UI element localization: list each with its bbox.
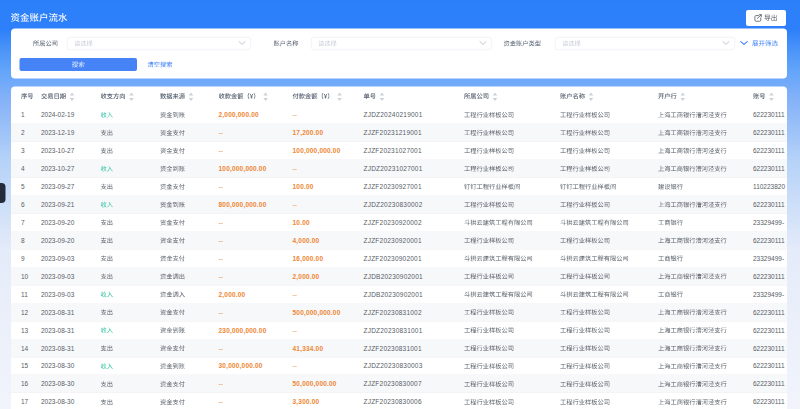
svg-text:2023-08-30: 2023-08-30: [41, 380, 75, 387]
svg-text:ZJDZ20231027001: ZJDZ20231027001: [364, 165, 423, 172]
svg-text:13: 13: [21, 327, 29, 334]
svg-text:16,000.00: 16,000.00: [293, 255, 324, 263]
svg-text:110223820: 110223820: [753, 183, 785, 190]
svg-text:ZJDZ20230830003: ZJDZ20230830003: [364, 362, 423, 369]
svg-text:--: --: [219, 129, 223, 136]
svg-text:2023-08-30: 2023-08-30: [41, 398, 75, 405]
svg-text:622230111: 622230111: [753, 165, 785, 172]
svg-text:14: 14: [21, 345, 29, 352]
svg-text:2023-09-03: 2023-09-03: [41, 273, 75, 280]
svg-text:--: --: [219, 398, 223, 405]
svg-text:100,000,000.00: 100,000,000.00: [293, 147, 341, 155]
svg-text:ZJDZ20230830002: ZJDZ20230830002: [364, 201, 423, 208]
svg-text:--: --: [293, 291, 297, 298]
svg-text:2023-09-20: 2023-09-20: [41, 219, 75, 226]
svg-text:10: 10: [21, 273, 29, 280]
svg-text:--: --: [219, 219, 223, 226]
svg-text:--: --: [293, 327, 297, 334]
svg-text:622230111: 622230111: [753, 380, 785, 387]
svg-text:622230111: 622230111: [753, 309, 785, 316]
svg-text:--: --: [219, 147, 223, 154]
svg-text:41,334.00: 41,334.00: [293, 345, 324, 353]
svg-text:622230111: 622230111: [753, 398, 785, 405]
svg-text:50,000,000.00: 50,000,000.00: [293, 380, 337, 388]
svg-text:8: 8: [21, 237, 25, 244]
svg-text:ZJZF20230920001: ZJZF20230920001: [364, 237, 422, 244]
svg-text:23329499-: 23329499-: [753, 255, 784, 262]
svg-text:622230111: 622230111: [753, 273, 785, 280]
svg-text:--: --: [219, 237, 223, 244]
svg-text:622230111: 622230111: [753, 362, 785, 369]
svg-text:ZJDB20230902001: ZJDB20230902001: [364, 291, 424, 298]
svg-text:--: --: [293, 165, 297, 172]
svg-text:4,000.00: 4,000.00: [293, 237, 320, 245]
svg-text:11: 11: [21, 291, 28, 298]
svg-text:7: 7: [21, 219, 25, 226]
svg-text:2023-09-20: 2023-09-20: [41, 237, 75, 244]
svg-text:--: --: [219, 380, 223, 387]
svg-text:9: 9: [21, 255, 25, 262]
svg-text:622230111: 622230111: [753, 327, 785, 334]
svg-text:500,000,000.00: 500,000,000.00: [293, 309, 341, 317]
svg-text:1: 1: [21, 111, 25, 118]
svg-text:2024-02-19: 2024-02-19: [41, 111, 75, 118]
svg-text:ZJZF20230902001: ZJZF20230902001: [364, 255, 422, 262]
svg-text:2023-08-31: 2023-08-31: [41, 309, 75, 316]
svg-text:2,000.00: 2,000.00: [293, 273, 320, 281]
svg-text:622230111: 622230111: [753, 111, 785, 118]
svg-text:3,300.00: 3,300.00: [293, 398, 320, 406]
svg-text:2023-08-31: 2023-08-31: [41, 345, 75, 352]
svg-text:ZJZF20231219001: ZJZF20231219001: [364, 129, 422, 136]
svg-text:100.00: 100.00: [293, 183, 314, 190]
svg-text:12: 12: [21, 309, 29, 316]
svg-text:--: --: [219, 345, 223, 352]
svg-text:23329499-: 23329499-: [753, 291, 784, 298]
svg-text:--: --: [293, 111, 297, 118]
svg-text:17,200.00: 17,200.00: [293, 129, 324, 137]
svg-text:ZJZF20230831002: ZJZF20230831002: [364, 309, 422, 316]
svg-text:622230111: 622230111: [753, 147, 785, 154]
svg-text:10.00: 10.00: [293, 219, 310, 226]
svg-text:2023-10-27: 2023-10-27: [41, 165, 75, 172]
svg-text:23329499-: 23329499-: [753, 219, 784, 226]
svg-text:622230111: 622230111: [753, 129, 785, 136]
svg-text:17: 17: [21, 398, 29, 405]
svg-text:15: 15: [21, 362, 29, 369]
svg-text:5: 5: [21, 183, 25, 190]
svg-text:2023-09-21: 2023-09-21: [41, 201, 75, 208]
svg-text:2: 2: [21, 129, 25, 136]
svg-text:2023-08-30: 2023-08-30: [41, 362, 75, 369]
svg-text:ZJDZ20230831001: ZJDZ20230831001: [364, 327, 423, 334]
svg-text:ZJZF20230830007: ZJZF20230830007: [364, 380, 422, 387]
svg-text:ZJDB20230902001: ZJDB20230902001: [364, 273, 424, 280]
svg-text:ZJZF20230831001: ZJZF20230831001: [364, 345, 422, 352]
svg-text:--: --: [293, 362, 297, 369]
svg-text:2023-09-03: 2023-09-03: [41, 255, 75, 262]
svg-text:4: 4: [21, 165, 25, 172]
svg-text:2023-09-03: 2023-09-03: [41, 291, 75, 298]
svg-text:2023-09-27: 2023-09-27: [41, 183, 75, 190]
svg-text:ZJZF20230920002: ZJZF20230920002: [364, 219, 422, 226]
svg-text:--: --: [219, 255, 223, 262]
svg-text:2,000,000.00: 2,000,000.00: [219, 111, 260, 119]
svg-text:--: --: [219, 309, 223, 316]
svg-text:--: --: [219, 183, 223, 190]
svg-text:6: 6: [21, 201, 25, 208]
svg-text:2023-12-19: 2023-12-19: [41, 129, 75, 136]
svg-text:800,000,000.00: 800,000,000.00: [219, 201, 267, 209]
svg-text:16: 16: [21, 380, 29, 387]
svg-text:30,000,000.00: 30,000,000.00: [219, 362, 263, 370]
svg-text:ZJZF20230927001: ZJZF20230927001: [364, 183, 422, 190]
svg-text:ZJZF20231027001: ZJZF20231027001: [364, 147, 422, 154]
svg-text:ZJZF20230830006: ZJZF20230830006: [364, 398, 422, 405]
svg-text:3: 3: [21, 147, 25, 154]
svg-text:2023-08-31: 2023-08-31: [41, 327, 75, 334]
svg-text:622230111: 622230111: [753, 201, 785, 208]
svg-text:622230111: 622230111: [753, 345, 785, 352]
svg-text:ZJDZ20240219001: ZJDZ20240219001: [364, 111, 423, 118]
svg-text:100,000,000.00: 100,000,000.00: [219, 165, 267, 173]
svg-text:622230111: 622230111: [753, 237, 785, 244]
svg-text:--: --: [219, 273, 223, 280]
svg-text:2023-10-27: 2023-10-27: [41, 147, 75, 154]
svg-text:--: --: [293, 201, 297, 208]
